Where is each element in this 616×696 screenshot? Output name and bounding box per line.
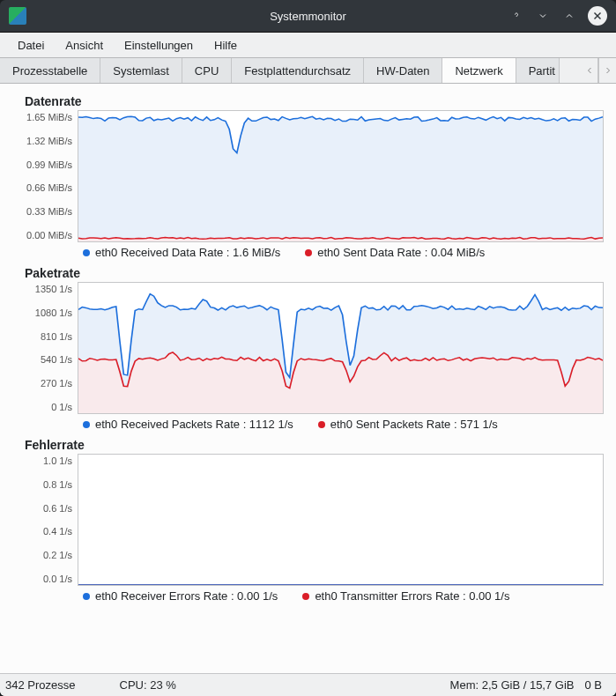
y-tick: 0.00 MiB/s [26, 230, 72, 241]
chart-title: Datenrate [25, 94, 604, 108]
y-tick: 0.66 MiB/s [26, 182, 72, 193]
legend-recv: eth0 Received Packets Rate : 1112 1/s [83, 418, 293, 431]
app-icon [9, 7, 26, 25]
chart-title: Paketrate [25, 266, 604, 280]
legend: eth0 Received Packets Rate : 1112 1/s et… [83, 418, 604, 431]
y-tick: 810 1/s [41, 331, 72, 342]
help-icon[interactable] [508, 8, 524, 24]
legend-recv-label: eth0 Received Data Rate : 1.6 MiB/s [95, 246, 280, 259]
legend-sent-label: eth0 Sent Data Rate : 0.04 MiB/s [317, 246, 485, 259]
legend-sent: eth0 Sent Data Rate : 0.04 MiB/s [305, 246, 485, 259]
content: Datenrate 1.65 MiB/s1.32 MiB/s0.99 MiB/s… [0, 84, 616, 673]
y-tick: 0.8 1/s [43, 479, 72, 490]
window: Systemmonitor Datei Ansicht Einstellunge… [0, 0, 616, 696]
y-tick: 0.0 1/s [43, 574, 72, 584]
legend-recv-label: eth0 Receiver Errors Rate : 0.00 1/s [95, 589, 278, 603]
legend-sent-label: eth0 Transmitter Errors Rate : 0.00 1/s [315, 589, 509, 603]
menu-datei[interactable]: Datei [7, 34, 55, 56]
legend: eth0 Received Data Rate : 1.6 MiB/s eth0… [83, 246, 604, 259]
y-axis: 1.0 1/s0.8 1/s0.6 1/s0.4 1/s0.2 1/s0.0 1… [12, 454, 78, 586]
y-tick: 0.33 MiB/s [26, 206, 72, 217]
legend-sent: eth0 Transmitter Errors Rate : 0.00 1/s [302, 589, 509, 603]
status-cpu: CPU: 23 % [120, 678, 176, 692]
tab-partit[interactable]: Partit [516, 58, 560, 83]
tabs-row: ProzesstabelleSystemlastCPUFestplattendu… [0, 57, 616, 84]
tabs-scroll-left[interactable] [581, 58, 598, 83]
legend-sent: eth0 Sent Packets Rate : 571 1/s [318, 418, 498, 431]
tab-prozesstabelle[interactable]: Prozesstabelle [0, 58, 100, 83]
tab-hw-daten[interactable]: HW-Daten [364, 58, 442, 83]
y-tick: 0.4 1/s [43, 526, 72, 537]
y-tick: 540 1/s [41, 354, 72, 365]
chart-paketrate: Paketrate 1350 1/s1080 1/s810 1/s540 1/s… [12, 266, 604, 431]
tab-netzwerk[interactable]: Netzwerk [442, 58, 516, 83]
status-swap: 0 B [584, 678, 602, 692]
plot-area [78, 282, 604, 414]
status-processes: 342 Prozesse [5, 678, 76, 692]
y-tick: 1.65 MiB/s [26, 112, 72, 122]
maximize-icon[interactable] [561, 8, 577, 24]
menu-hilfe[interactable]: Hilfe [204, 34, 248, 56]
legend: eth0 Receiver Errors Rate : 0.00 1/s eth… [83, 589, 604, 603]
y-tick: 0 1/s [51, 402, 72, 412]
y-axis: 1350 1/s1080 1/s810 1/s540 1/s270 1/s0 1… [12, 282, 78, 414]
tab-festplattendurchsatz[interactable]: Festplattendurchsatz [232, 58, 364, 83]
y-tick: 1.0 1/s [43, 455, 72, 466]
close-icon[interactable] [588, 6, 607, 26]
status-mem: Mem: 2,5 GiB / 15,7 GiB [450, 678, 575, 692]
tabs-scroll-right[interactable] [598, 58, 616, 83]
y-tick: 1080 1/s [35, 307, 72, 318]
menu-ansicht[interactable]: Ansicht [55, 34, 114, 56]
y-axis: 1.65 MiB/s1.32 MiB/s0.99 MiB/s0.66 MiB/s… [12, 110, 78, 242]
chart-fehlerrate: Fehlerrate 1.0 1/s0.8 1/s0.6 1/s0.4 1/s0… [12, 438, 604, 603]
menubar: Datei Ansicht Einstellungen Hilfe [0, 33, 616, 57]
chart-datenrate: Datenrate 1.65 MiB/s1.32 MiB/s0.99 MiB/s… [12, 94, 604, 259]
tab-cpu[interactable]: CPU [182, 58, 232, 83]
y-tick: 270 1/s [41, 378, 72, 389]
y-tick: 0.99 MiB/s [26, 159, 72, 170]
client-area: Datei Ansicht Einstellungen Hilfe Prozes… [0, 32, 616, 696]
tabs-scroll: ProzesstabelleSystemlastCPUFestplattendu… [0, 58, 581, 83]
y-tick: 1350 1/s [35, 284, 72, 294]
plot-area [78, 110, 604, 242]
tab-systemlast[interactable]: Systemlast [100, 58, 182, 83]
statusbar: 342 Prozesse CPU: 23 % Mem: 2,5 GiB / 15… [0, 673, 616, 696]
legend-sent-label: eth0 Sent Packets Rate : 571 1/s [330, 418, 498, 431]
y-tick: 0.6 1/s [43, 503, 72, 514]
legend-recv-label: eth0 Received Packets Rate : 1112 1/s [95, 418, 293, 431]
minimize-icon[interactable] [535, 8, 551, 24]
plot-area [78, 454, 604, 586]
y-tick: 0.2 1/s [43, 550, 72, 560]
y-tick: 1.32 MiB/s [26, 136, 72, 146]
menu-einstellungen[interactable]: Einstellungen [114, 34, 204, 56]
legend-recv: eth0 Receiver Errors Rate : 0.00 1/s [83, 589, 278, 603]
chart-title: Fehlerrate [25, 438, 604, 452]
titlebar[interactable]: Systemmonitor [0, 0, 616, 32]
legend-recv: eth0 Received Data Rate : 1.6 MiB/s [83, 246, 280, 259]
